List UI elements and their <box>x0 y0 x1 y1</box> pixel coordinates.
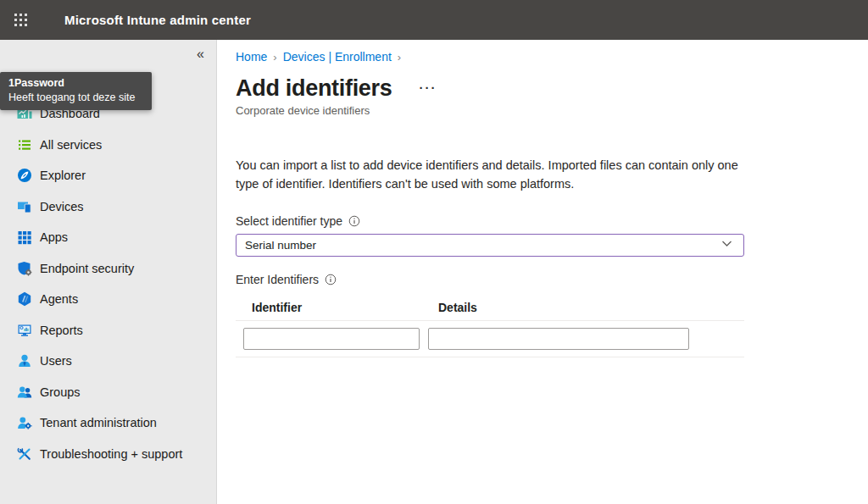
sidebar-item-label: Endpoint security <box>40 262 134 275</box>
sidebar-item-explorer[interactable]: Explorer <box>0 160 216 191</box>
sidebar-item-users[interactable]: Users <box>0 346 216 377</box>
sidebar-item-devices[interactable]: Devices <box>0 191 216 223</box>
tenant-administration-icon <box>17 415 32 430</box>
agents-icon <box>17 291 32 307</box>
all-services-icon <box>17 137 32 152</box>
identifier-input[interactable] <box>243 328 420 350</box>
sidebar-item-label: Users <box>40 354 72 368</box>
waffle-grid-icon <box>14 14 27 26</box>
sidebar-item-troubleshooting-support[interactable]: Troubleshooting + support <box>0 439 216 470</box>
sidebar-item-label: Reports <box>40 324 83 337</box>
sidebar-item-label: Tenant administration <box>40 416 157 429</box>
identifier-type-selected-value: Serial number <box>245 239 316 252</box>
breadcrumb-devices-enrollment-link[interactable]: Devices | Enrollment <box>283 50 392 64</box>
sidebar-item-label: Apps <box>40 230 68 244</box>
sidebar-item-all-services[interactable]: All services <box>0 130 216 161</box>
breadcrumb: Home › Devices | Enrollment › <box>236 50 868 64</box>
page-title: Add identifiers <box>236 75 392 101</box>
groups-icon <box>17 385 32 400</box>
identifier-type-dropdown[interactable]: Serial number <box>236 234 744 257</box>
table-header-row: Identifier Details <box>236 295 744 321</box>
devices-icon <box>17 199 32 214</box>
page-description: You can import a list to add device iden… <box>236 157 742 193</box>
browser-extension-tooltip: 1Password Heeft toegang tot deze site <box>0 72 152 110</box>
details-input[interactable] <box>428 328 689 350</box>
sidebar-item-label: Devices <box>40 200 84 213</box>
more-options-button[interactable]: ··· <box>418 80 439 96</box>
sidebar-nav: DashboardAll servicesExplorerDevicesApps… <box>0 98 216 469</box>
sidebar-item-agents[interactable]: Agents <box>0 284 216 315</box>
tooltip-message: Heeft toegang tot deze site <box>8 91 143 104</box>
tooltip-title: 1Password <box>8 76 143 91</box>
breadcrumb-separator: › <box>273 51 276 64</box>
users-icon <box>17 353 32 368</box>
info-icon[interactable] <box>325 274 337 285</box>
sidebar-item-tenant-administration[interactable]: Tenant administration <box>0 407 216 439</box>
sidebar-item-label: All services <box>40 138 102 152</box>
breadcrumb-separator: › <box>398 51 401 64</box>
sidebar-collapse-button[interactable]: « <box>193 46 208 63</box>
sidebar-item-apps[interactable]: Apps <box>0 222 216 253</box>
column-header-identifier: Identifier <box>236 301 420 314</box>
troubleshooting-support-icon <box>17 446 32 462</box>
endpoint-security-icon <box>17 261 32 276</box>
sidebar-item-endpoint-security[interactable]: Endpoint security <box>0 253 216 285</box>
chevron-down-icon <box>721 237 733 253</box>
sidebar-item-label: Troubleshooting + support <box>40 447 182 461</box>
breadcrumb-home-link[interactable]: Home <box>236 50 267 64</box>
main-content: Home › Devices | Enrollment › Add identi… <box>217 40 868 504</box>
sidebar-item-label: Explorer <box>40 169 86 182</box>
sidebar-item-label: Groups <box>40 385 81 399</box>
app-launcher-icon[interactable] <box>0 0 41 40</box>
apps-icon <box>17 230 32 245</box>
reports-icon <box>17 323 32 338</box>
info-icon[interactable] <box>348 215 360 227</box>
identifiers-table: Identifier Details <box>236 295 744 357</box>
table-row <box>236 321 744 357</box>
page-subtitle: Corporate device identifiers <box>236 104 868 117</box>
identifier-type-label: Select identifier type <box>236 214 342 228</box>
column-header-details: Details <box>420 301 477 314</box>
app-title: Microsoft Intune admin center <box>64 13 251 27</box>
sidebar-item-label: Agents <box>40 292 78 306</box>
enter-identifiers-label: Enter Identifiers <box>236 273 319 286</box>
sidebar-item-reports[interactable]: Reports <box>0 315 216 346</box>
sidebar-item-groups[interactable]: Groups <box>0 377 216 408</box>
explorer-icon <box>17 168 32 183</box>
top-bar: Microsoft Intune admin center <box>0 0 868 40</box>
